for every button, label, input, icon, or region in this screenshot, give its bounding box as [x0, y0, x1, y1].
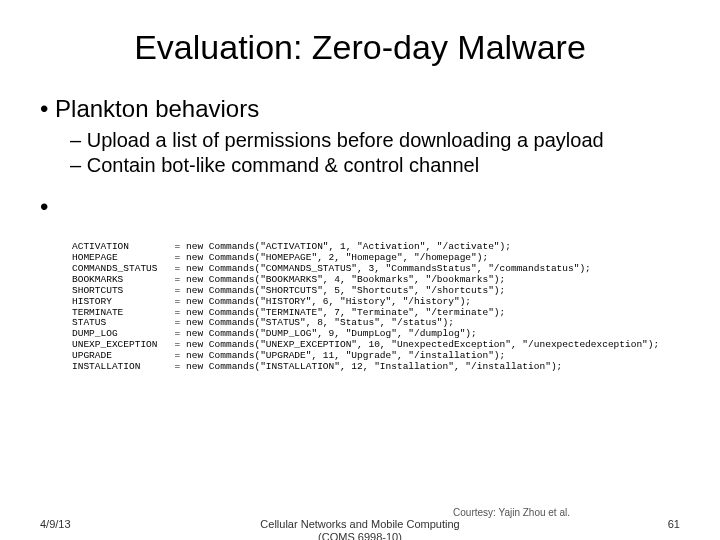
footer-line1: Cellular Networks and Mobile Computing: [260, 518, 459, 530]
footer-page-number: 61: [668, 518, 680, 530]
bullet-upload: Upload a list of permissions before down…: [70, 129, 680, 152]
bullet-level-1: Plankton behaviors: [40, 95, 680, 123]
slide: Evaluation: Zero-day Malware Plankton be…: [0, 0, 720, 540]
bullet-botlike: Contain bot-like command & control chann…: [70, 154, 680, 177]
footer-line2: (COMS 6998-10): [318, 531, 402, 540]
bullet-level-2: Upload a list of permissions before down…: [70, 129, 680, 177]
footer-courtesy: Courtesy: Yajin Zhou et al.: [453, 507, 570, 518]
empty-bullet: [40, 193, 680, 221]
bullet-empty: [40, 193, 680, 221]
footer-center: Cellular Networks and Mobile Computing (…: [0, 518, 720, 540]
code-listing: ACTIVATION = new Commands("ACTIVATION", …: [72, 242, 659, 373]
bullet-plankton: Plankton behaviors: [40, 95, 680, 123]
slide-title: Evaluation: Zero-day Malware: [40, 28, 680, 67]
